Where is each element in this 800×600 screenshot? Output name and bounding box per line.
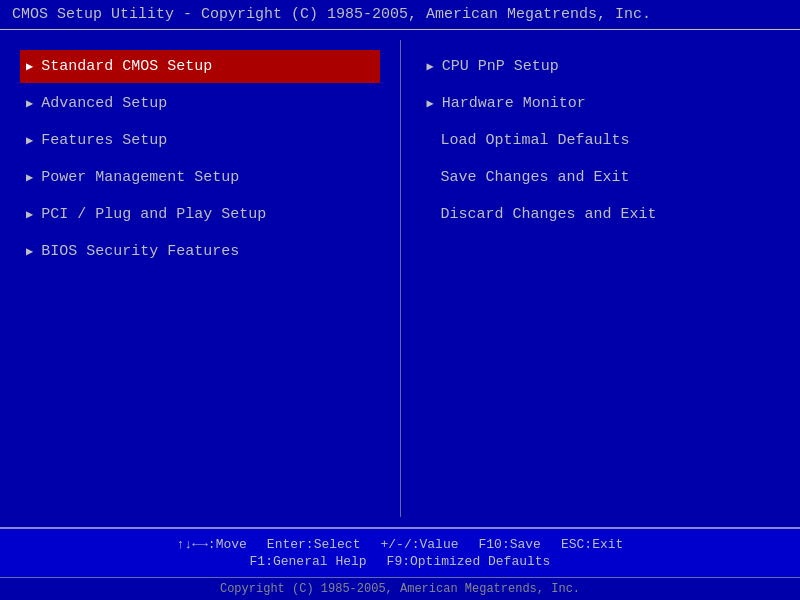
footer-row-1: ↑↓←→:Move Enter:Select +/-/:Value F10:Sa…: [20, 537, 780, 552]
bottom-text: Copyright (C) 1985-2005, American Megatr…: [220, 582, 580, 596]
menu-label-discard-changes: Discard Changes and Exit: [441, 206, 657, 223]
footer-value: +/-/:Value: [380, 537, 458, 552]
menu-item-discard-changes[interactable]: Discard Changes and Exit: [421, 198, 781, 231]
menu-item-cpu-pnp[interactable]: ▶CPU PnP Setup: [421, 50, 781, 83]
arrow-icon-features-setup: ▶: [26, 133, 33, 148]
menu-item-power-mgmt[interactable]: ▶Power Management Setup: [20, 161, 380, 194]
arrow-icon-advanced-setup: ▶: [26, 96, 33, 111]
menu-label-features-setup: Features Setup: [41, 132, 167, 149]
arrow-icon-bios-security: ▶: [26, 244, 33, 259]
arrow-icon-cpu-pnp: ▶: [427, 59, 434, 74]
arrow-icon-pci-plug: ▶: [26, 207, 33, 222]
title-bar: CMOS Setup Utility - Copyright (C) 1985-…: [0, 0, 800, 30]
footer-move: ↑↓←→:Move: [177, 537, 247, 552]
menu-item-standard-cmos[interactable]: ▶Standard CMOS Setup: [20, 50, 380, 83]
menu-label-advanced-setup: Advanced Setup: [41, 95, 167, 112]
menu-label-power-mgmt: Power Management Setup: [41, 169, 239, 186]
footer-help: F1:General Help: [250, 554, 367, 569]
menu-label-save-changes: Save Changes and Exit: [441, 169, 630, 186]
bios-screen: CMOS Setup Utility - Copyright (C) 1985-…: [0, 0, 800, 600]
menu-item-pci-plug[interactable]: ▶PCI / Plug and Play Setup: [20, 198, 380, 231]
bottom-bar: Copyright (C) 1985-2005, American Megatr…: [0, 577, 800, 600]
menu-item-features-setup[interactable]: ▶Features Setup: [20, 124, 380, 157]
menu-label-bios-security: BIOS Security Features: [41, 243, 239, 260]
footer-exit: ESC:Exit: [561, 537, 623, 552]
arrow-icon-standard-cmos: ▶: [26, 59, 33, 74]
menu-label-load-optimal: Load Optimal Defaults: [441, 132, 630, 149]
menu-item-load-optimal[interactable]: Load Optimal Defaults: [421, 124, 781, 157]
menu-label-standard-cmos: Standard CMOS Setup: [41, 58, 212, 75]
menu-item-hardware-monitor[interactable]: ▶Hardware Monitor: [421, 87, 781, 120]
menu-item-save-changes[interactable]: Save Changes and Exit: [421, 161, 781, 194]
title-text: CMOS Setup Utility - Copyright (C) 1985-…: [12, 6, 651, 23]
footer-save: F10:Save: [479, 537, 541, 552]
footer-row-2: F1:General Help F9:Optimized Defaults: [20, 554, 780, 569]
left-panel: ▶Standard CMOS Setup▶Advanced Setup▶Feat…: [0, 40, 400, 517]
arrow-icon-hardware-monitor: ▶: [427, 96, 434, 111]
menu-item-advanced-setup[interactable]: ▶Advanced Setup: [20, 87, 380, 120]
main-content: ▶Standard CMOS Setup▶Advanced Setup▶Feat…: [0, 30, 800, 527]
right-panel: ▶CPU PnP Setup▶Hardware MonitorLoad Opti…: [400, 40, 801, 517]
menu-label-cpu-pnp: CPU PnP Setup: [442, 58, 559, 75]
footer-select: Enter:Select: [267, 537, 361, 552]
footer: ↑↓←→:Move Enter:Select +/-/:Value F10:Sa…: [0, 527, 800, 577]
footer-optimized: F9:Optimized Defaults: [387, 554, 551, 569]
arrow-icon-power-mgmt: ▶: [26, 170, 33, 185]
menu-item-bios-security[interactable]: ▶BIOS Security Features: [20, 235, 380, 268]
menu-label-hardware-monitor: Hardware Monitor: [442, 95, 586, 112]
menu-label-pci-plug: PCI / Plug and Play Setup: [41, 206, 266, 223]
